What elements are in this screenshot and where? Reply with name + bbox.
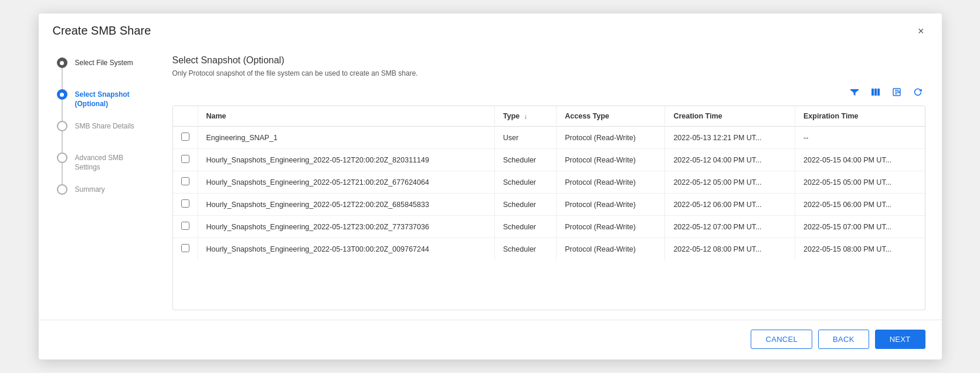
create-smb-share-dialog: Create SMB Share × Select File System (39, 13, 942, 360)
step-icon-col-2 (55, 89, 69, 121)
step-text-5: Summary (69, 184, 105, 194)
svg-rect-2 (877, 89, 880, 96)
step-select-snapshot: Select Snapshot (Optional) (55, 89, 147, 121)
table-row: Engineering_SNAP_1 User Protocol (Read-W… (173, 127, 925, 149)
col-header-select (173, 106, 198, 127)
row-checkbox-cell-3[interactable] (173, 194, 198, 216)
step-text-2: Select Snapshot (Optional) (69, 89, 130, 108)
table-body: Engineering_SNAP_1 User Protocol (Read-W… (173, 127, 925, 260)
step-icon-col-3 (55, 121, 69, 152)
step-label-4: Advanced SMB Settings (75, 153, 147, 172)
row-access-type-0: Protocol (Read-Write) (557, 127, 665, 149)
step-label-1: Select File System (75, 58, 133, 67)
section-title: Select Snapshot (Optional) (172, 55, 925, 66)
table-header-row: Name Type ↓ Access Type Creation Time Ex… (173, 106, 925, 127)
step-icon-col-1 (55, 57, 69, 89)
row-name-5: Hourly_Snapshots_Engineering_2022-05-13T… (198, 238, 494, 260)
col-header-name[interactable]: Name (198, 106, 494, 127)
step-icon-col-4 (55, 152, 69, 184)
row-creation-time-5: 2022-05-12 08:00 PM UT... (665, 238, 795, 260)
export-icon[interactable] (889, 86, 904, 101)
row-creation-time-1: 2022-05-12 04:00 PM UT... (665, 149, 795, 171)
row-type-5: Scheduler (494, 238, 557, 260)
dialog-body: Select File System Select Snapshot (39, 43, 942, 320)
step-dot-4 (57, 152, 67, 163)
row-checkbox-cell-1[interactable] (173, 149, 198, 171)
sort-icon-type: ↓ (524, 113, 527, 120)
row-checkbox-cell-5[interactable] (173, 238, 198, 260)
snapshot-table: Name Type ↓ Access Type Creation Time Ex… (173, 106, 925, 260)
row-expiration-time-0: -- (795, 127, 924, 149)
step-label-2: Select Snapshot (Optional) (75, 90, 130, 108)
row-expiration-time-1: 2022-05-15 04:00 PM UT... (795, 149, 924, 171)
dialog-footer: CANCEL BACK NEXT (39, 320, 942, 360)
snapshot-table-container: Name Type ↓ Access Type Creation Time Ex… (172, 106, 925, 310)
svg-rect-1 (874, 89, 877, 96)
columns-icon[interactable] (868, 86, 883, 101)
step-dot-5 (57, 184, 67, 195)
row-checkbox-cell-4[interactable] (173, 216, 198, 238)
table-row: Hourly_Snapshots_Engineering_2022-05-12T… (173, 216, 925, 238)
row-checkbox-5[interactable] (181, 244, 189, 252)
svg-rect-0 (872, 89, 874, 96)
row-access-type-3: Protocol (Read-Write) (557, 194, 665, 216)
main-content: Select Snapshot (Optional) Only Protocol… (156, 43, 942, 320)
step-text-1: Select File System (69, 57, 133, 67)
table-row: Hourly_Snapshots_Engineering_2022-05-12T… (173, 194, 925, 216)
step-line-2 (62, 100, 63, 121)
step-select-file-system: Select File System (55, 57, 147, 89)
row-checkbox-cell-0[interactable] (173, 127, 198, 149)
table-toolbar (172, 86, 925, 101)
step-advanced-smb: Advanced SMB Settings (55, 152, 147, 184)
row-name-0: Engineering_SNAP_1 (198, 127, 494, 149)
row-type-2: Scheduler (494, 171, 557, 194)
filter-icon[interactable] (847, 86, 862, 101)
col-header-access-type[interactable]: Access Type (557, 106, 665, 127)
step-dot-2 (57, 89, 67, 100)
col-header-expiration-time[interactable]: Expiration Time (795, 106, 924, 127)
row-checkbox-2[interactable] (181, 177, 189, 185)
step-dot-3 (57, 121, 67, 131)
row-type-4: Scheduler (494, 216, 557, 238)
row-access-type-5: Protocol (Read-Write) (557, 238, 665, 260)
row-access-type-2: Protocol (Read-Write) (557, 171, 665, 194)
row-access-type-4: Protocol (Read-Write) (557, 216, 665, 238)
row-expiration-time-5: 2022-05-15 08:00 PM UT... (795, 238, 924, 260)
table-row: Hourly_Snapshots_Engineering_2022-05-13T… (173, 238, 925, 260)
close-button[interactable]: × (914, 25, 928, 38)
row-checkbox-0[interactable] (181, 133, 189, 141)
back-button[interactable]: BACK (818, 330, 869, 349)
row-creation-time-2: 2022-05-12 05:00 PM UT... (665, 171, 795, 194)
col-header-creation-time[interactable]: Creation Time (665, 106, 795, 127)
step-line-3 (62, 131, 63, 152)
stepper-steps: Select File System Select Snapshot (55, 57, 147, 195)
row-checkbox-cell-2[interactable] (173, 171, 198, 194)
row-name-4: Hourly_Snapshots_Engineering_2022-05-12T… (198, 216, 494, 238)
step-line-4 (62, 163, 63, 184)
row-type-1: Scheduler (494, 149, 557, 171)
row-type-3: Scheduler (494, 194, 557, 216)
step-dot-inner-2 (60, 93, 64, 97)
row-checkbox-3[interactable] (181, 199, 189, 208)
row-name-2: Hourly_Snapshots_Engineering_2022-05-12T… (198, 171, 494, 194)
row-creation-time-4: 2022-05-12 07:00 PM UT... (665, 216, 795, 238)
col-header-type[interactable]: Type ↓ (494, 106, 557, 127)
cancel-button[interactable]: CANCEL (751, 330, 812, 349)
row-creation-time-0: 2022-05-13 12:21 PM UT... (665, 127, 795, 149)
row-expiration-time-4: 2022-05-15 07:00 PM UT... (795, 216, 924, 238)
step-label-3: SMB Share Details (75, 121, 134, 131)
dialog-header: Create SMB Share × (39, 13, 942, 43)
step-dot-1 (57, 57, 67, 68)
section-description: Only Protocol snapshot of the file syste… (172, 69, 925, 77)
next-button[interactable]: NEXT (875, 330, 925, 349)
refresh-icon[interactable] (910, 86, 925, 101)
row-checkbox-1[interactable] (181, 155, 189, 163)
row-checkbox-4[interactable] (181, 222, 189, 230)
table-row: Hourly_Snapshots_Engineering_2022-05-12T… (173, 149, 925, 171)
step-smb-share-details: SMB Share Details (55, 121, 147, 152)
table-row: Hourly_Snapshots_Engineering_2022-05-12T… (173, 171, 925, 194)
step-line-1 (62, 68, 63, 89)
step-icon-col-5 (55, 184, 69, 195)
row-expiration-time-3: 2022-05-15 06:00 PM UT... (795, 194, 924, 216)
row-name-3: Hourly_Snapshots_Engineering_2022-05-12T… (198, 194, 494, 216)
